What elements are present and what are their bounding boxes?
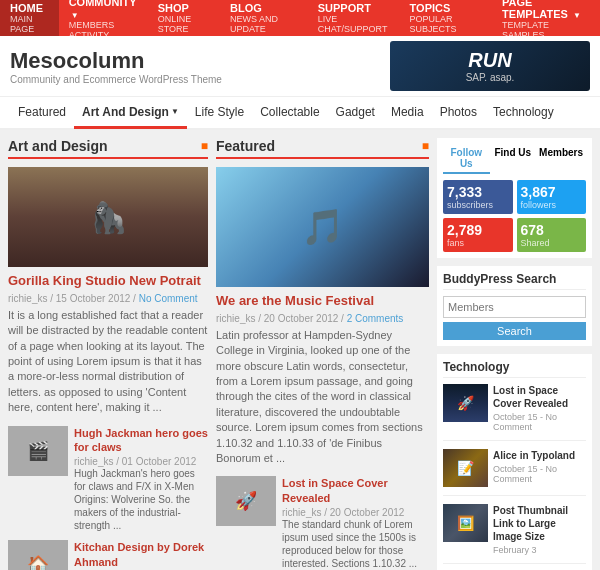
nav-page-templates[interactable]: PAGE TEMPLATES ▼ template samples [492, 0, 600, 36]
fans-label: fans [447, 238, 509, 248]
left-main-article: 🦍 Gorilla King Studio New Potrait richie… [8, 167, 208, 416]
cat-gadget[interactable]: Gadget [328, 97, 383, 129]
cat-photos[interactable]: Photos [432, 97, 485, 129]
art-design-title: Art and Design [8, 138, 108, 154]
social-tab-follow[interactable]: Follow Us [443, 144, 490, 174]
center-main-article-meta: richie_ks / 20 October 2012 / 2 Comments [216, 313, 429, 324]
facebook-label: subscribers [447, 200, 509, 210]
social-tabs: Follow Us Find Us Members [443, 144, 586, 174]
center-main-article-excerpt: Latin professor at Hampden-Sydney Colleg… [216, 328, 429, 467]
tech-item-1-image: 🚀 [443, 384, 488, 422]
nav-home[interactable]: HOME main page [0, 0, 59, 36]
banner-run-text: RUN [468, 49, 511, 72]
left-small-article-1-title[interactable]: Hugh Jackman hero goes for claws [74, 426, 208, 455]
left-main-article-excerpt: It is a long established fact that a rea… [8, 308, 208, 416]
header-banner: RUN SAP. asap. [390, 41, 590, 91]
nav-shop[interactable]: SHOP online store [148, 0, 220, 36]
center-small-article-1-content: Lost in Space Cover Revealed richie_ks /… [282, 476, 429, 570]
twitter-count: 3,867 [521, 184, 583, 200]
cat-technology[interactable]: Technology [485, 97, 562, 129]
search-widget-title: BuddyPress Search [443, 272, 586, 290]
right-column: Follow Us Find Us Members 7,333 subscrib… [437, 138, 592, 570]
left-main-article-title[interactable]: Gorilla King Studio New Potrait [8, 273, 208, 290]
tech-item-2-title[interactable]: Alice in Typoland [493, 449, 586, 462]
site-tagline: Community and Ecommerce WordPress Theme [10, 74, 390, 85]
site-header: Mesocolumn Community and Ecommerce WordP… [0, 36, 600, 96]
share-count: 678 [521, 222, 583, 238]
cat-collectable[interactable]: Collectable [252, 97, 327, 129]
fans-count: 2,789 [447, 222, 509, 238]
social-card-share[interactable]: 678 Shared [517, 218, 587, 252]
technology-widget: Technology 🚀 Lost in Space Cover Reveale… [437, 354, 592, 570]
twitter-label: followers [521, 200, 583, 210]
left-main-article-date: 15 October 2012 [56, 293, 131, 304]
tech-item-3-image: 🖼️ [443, 504, 488, 542]
social-card-twitter[interactable]: 3,867 followers [517, 180, 587, 214]
cat-featured[interactable]: Featured [10, 97, 74, 129]
center-main-article: 🎵 We are the Music Festival richie_ks / … [216, 167, 429, 466]
top-navigation: HOME main page COMMUNITY ▼ members activ… [0, 0, 600, 36]
main-content: Art and Design ■ 🦍 Gorilla King Studio N… [0, 130, 600, 570]
rss-icon-left[interactable]: ■ [201, 139, 208, 153]
social-widget: Follow Us Find Us Members 7,333 subscrib… [437, 138, 592, 258]
social-tab-members[interactable]: Members [536, 144, 586, 174]
technology-widget-title: Technology [443, 360, 586, 378]
tech-item-2-image: 📝 [443, 449, 488, 487]
center-small-article-1: 🚀 Lost in Space Cover Revealed richie_ks… [216, 476, 429, 570]
left-small-article-2-image: 🏠 [8, 540, 68, 570]
category-navigation: Featured Art And Design ▼ Life Style Col… [0, 96, 600, 130]
left-small-article-1-meta: richie_ks / 01 October 2012 [74, 456, 208, 467]
search-input[interactable] [443, 296, 586, 318]
cat-life-style[interactable]: Life Style [187, 97, 252, 129]
center-small-article-1-image: 🚀 [216, 476, 276, 526]
nav-community[interactable]: COMMUNITY ▼ members activity [59, 0, 148, 36]
left-small-article-2-title[interactable]: Kitchan Design by Dorek Ahmand [74, 540, 208, 569]
tech-item-1: 🚀 Lost in Space Cover Revealed October 1… [443, 384, 586, 441]
left-column: Art and Design ■ 🦍 Gorilla King Studio N… [8, 138, 208, 570]
left-small-article-2: 🏠 Kitchan Design by Dorek Ahmand richie_… [8, 540, 208, 570]
rss-icon-center[interactable]: ■ [422, 139, 429, 153]
tech-item-3-content: Post Thumbnail Link to Large Image Size … [493, 504, 586, 555]
tech-item-1-content: Lost in Space Cover Revealed October 15 … [493, 384, 586, 432]
art-design-header: Art and Design ■ [8, 138, 208, 159]
featured-header: Featured ■ [216, 138, 429, 159]
cat-media[interactable]: Media [383, 97, 432, 129]
center-small-article-1-title[interactable]: Lost in Space Cover Revealed [282, 476, 429, 505]
tech-item-2: 📝 Alice in Typoland October 15 - No Comm… [443, 449, 586, 496]
tech-item-3-title[interactable]: Post Thumbnail Link to Large Image Size [493, 504, 586, 543]
nav-support[interactable]: SUPPORT live chat/support [308, 0, 400, 36]
search-button[interactable]: Search [443, 322, 586, 340]
center-main-article-image: 🎵 [216, 167, 429, 287]
social-card-fans[interactable]: 2,789 fans [443, 218, 513, 252]
nav-blog[interactable]: BLOG news and update [220, 0, 308, 36]
left-main-article-image: 🦍 [8, 167, 208, 267]
center-column: Featured ■ 🎵 We are the Music Festival r… [216, 138, 429, 570]
tech-item-3: 🖼️ Post Thumbnail Link to Large Image Si… [443, 504, 586, 564]
left-main-article-author: richie_ks [8, 293, 47, 304]
center-small-article-1-excerpt: The standard chunk of Lorem ipsum used s… [282, 518, 429, 570]
left-main-article-comments[interactable]: No Comment [139, 293, 198, 304]
site-title: Mesocolumn [10, 48, 390, 74]
featured-title: Featured [216, 138, 275, 154]
cat-art-and-design[interactable]: Art And Design ▼ [74, 97, 187, 129]
banner-sub-text: SAP. asap. [466, 72, 515, 83]
social-card-facebook[interactable]: 7,333 subscribers [443, 180, 513, 214]
left-small-article-1-image: 🎬 [8, 426, 68, 476]
facebook-count: 7,333 [447, 184, 509, 200]
tech-item-1-meta: October 15 - No Comment [493, 412, 586, 432]
social-tab-find[interactable]: Find Us [490, 144, 537, 174]
tech-item-3-meta: February 3 [493, 545, 586, 555]
site-branding: Mesocolumn Community and Ecommerce WordP… [10, 48, 390, 85]
tech-item-1-title[interactable]: Lost in Space Cover Revealed [493, 384, 586, 410]
center-small-article-1-meta: richie_ks / 20 October 2012 [282, 507, 429, 518]
search-widget: BuddyPress Search Search [437, 266, 592, 346]
left-small-article-1-content: Hugh Jackman hero goes for claws richie_… [74, 426, 208, 533]
center-main-article-title[interactable]: We are the Music Festival [216, 293, 429, 310]
search-form: Search [443, 296, 586, 340]
left-small-article-1-excerpt: Hugh Jackman's hero goes for claws and F… [74, 467, 208, 532]
nav-topics[interactable]: TOPICS popular subjects [400, 0, 493, 36]
share-label: Shared [521, 238, 583, 248]
left-small-article-1: 🎬 Hugh Jackman hero goes for claws richi… [8, 426, 208, 533]
social-grid: 7,333 subscribers 3,867 followers 2,789 … [443, 180, 586, 252]
tech-item-2-meta: October 15 - No Comment [493, 464, 586, 484]
